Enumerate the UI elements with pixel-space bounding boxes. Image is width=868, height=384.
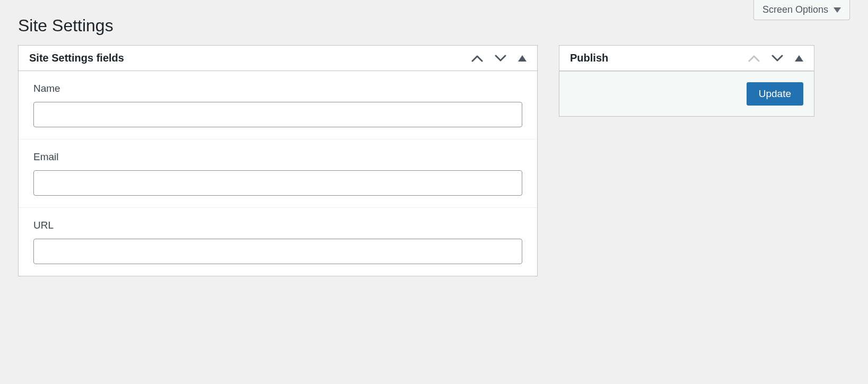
publish-body: Update bbox=[559, 71, 814, 116]
svg-marker-1 bbox=[518, 55, 527, 62]
publish-header: Publish bbox=[559, 46, 814, 71]
caret-up-icon bbox=[518, 55, 527, 62]
chevron-down-icon bbox=[771, 55, 783, 62]
move-up-button[interactable] bbox=[748, 55, 760, 62]
svg-marker-0 bbox=[834, 7, 841, 13]
publish-title: Publish bbox=[570, 52, 608, 64]
site-settings-fields-box: Site Settings fields bbox=[18, 45, 538, 276]
name-input[interactable] bbox=[33, 102, 522, 127]
page-title: Site Settings bbox=[18, 0, 850, 45]
email-input[interactable] bbox=[33, 170, 522, 196]
site-settings-fields-header: Site Settings fields bbox=[19, 46, 537, 71]
move-up-button[interactable] bbox=[471, 55, 483, 62]
field-label-name: Name bbox=[33, 83, 522, 94]
toggle-panel-button[interactable] bbox=[795, 55, 803, 62]
field-row-email: Email bbox=[19, 139, 537, 208]
field-label-email: Email bbox=[33, 151, 522, 163]
screen-options-label: Screen Options bbox=[762, 4, 828, 15]
toggle-panel-button[interactable] bbox=[518, 55, 527, 62]
fields-body: Name Email URL bbox=[19, 71, 537, 276]
svg-marker-2 bbox=[795, 55, 803, 62]
chevron-up-icon bbox=[471, 55, 483, 62]
field-row-url: URL bbox=[19, 208, 537, 276]
chevron-down-icon bbox=[495, 55, 506, 62]
box-handle-actions bbox=[471, 55, 527, 62]
field-label-url: URL bbox=[33, 220, 522, 231]
publish-handle-actions bbox=[748, 55, 803, 62]
caret-up-icon bbox=[795, 55, 803, 62]
move-down-button[interactable] bbox=[771, 55, 783, 62]
move-down-button[interactable] bbox=[495, 55, 506, 62]
screen-options-toggle[interactable]: Screen Options bbox=[753, 0, 850, 20]
update-button[interactable]: Update bbox=[747, 82, 803, 106]
field-row-name: Name bbox=[19, 71, 537, 139]
publish-box: Publish bbox=[559, 45, 814, 117]
site-settings-fields-title: Site Settings fields bbox=[29, 52, 124, 64]
chevron-up-icon bbox=[748, 55, 760, 62]
url-input[interactable] bbox=[33, 239, 522, 264]
caret-down-icon bbox=[834, 7, 841, 13]
